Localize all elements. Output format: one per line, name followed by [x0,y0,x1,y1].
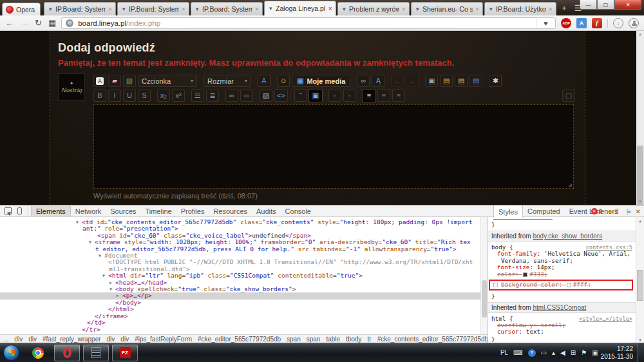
new-tab-button[interactable]: + [558,3,571,13]
undo-button[interactable]: ← [391,75,404,87]
devtools-tab-profiles[interactable]: Profiles [176,206,209,216]
spoiler-button[interactable]: ▣ [309,90,322,102]
dom-node[interactable]: </td> [0,319,488,326]
underline-button[interactable]: U [123,90,136,102]
expand-arrow-icon[interactable]: ▼ [109,286,115,292]
scroll-up-icon[interactable]: ▲ [636,31,644,37]
dom-node[interactable]: ▼<iframe style="width: 1028px; height: 1… [0,239,488,252]
tab-close-icon[interactable]: ✕ [181,6,185,12]
show-desktop-button[interactable] [638,343,644,362]
minimize-button[interactable]: — [580,0,597,10]
align-right-button[interactable]: ≡ [392,90,405,102]
size-dropdown[interactable]: Rozmiar▾ [204,75,251,87]
dom-node[interactable]: </iframe> [0,313,488,319]
superscript-button[interactable]: x² [172,90,185,102]
dom-node[interactable]: </tr> [0,327,488,333]
page-break-button[interactable]: ▪ [343,90,356,102]
color-swatch[interactable] [567,283,571,287]
bold-button[interactable]: B [93,90,106,102]
italic-button[interactable]: I [108,90,121,102]
expand-arrow-icon[interactable]: ▼ [89,239,95,245]
devtools-tab-network[interactable]: Network [71,206,106,216]
dom-node[interactable]: ▼<html dir="ltr" lang="ipb" class="CSS1C… [0,272,488,279]
numbered-list-button[interactable]: ≣ [206,90,219,102]
breadcrumb-item[interactable]: div [120,336,129,343]
css-property[interactable]: color: #333; [488,271,636,278]
breadcrumb-item[interactable]: div [107,336,115,343]
tray-network-icon[interactable]: ▣ [592,350,598,356]
font-dropdown[interactable]: Czcionka▾ [138,75,197,87]
browser-tab[interactable]: ▼IP.Board: System > ✕ [191,2,263,15]
notepad-taskbar-button[interactable] [83,345,109,361]
profile-button[interactable] [629,18,639,28]
editor-content-area[interactable]: ◢ [93,104,574,189]
emoticon-button[interactable]: ☺ [277,75,290,87]
breadcrumb-item[interactable]: #cke_contents_editor_565c77972d5db [377,336,488,343]
breadcrumb-item[interactable]: #ips_fastReplyForm [135,336,192,343]
subscript-button[interactable]: x₂ [157,90,170,102]
inherited-node-link[interactable]: html.CSS1Compat [533,304,586,311]
unlink-button[interactable]: ∞ [240,90,253,102]
error-count[interactable]: ✕4 [591,208,603,215]
tab-close-icon[interactable]: ✕ [108,6,112,12]
css-property[interactable]: background-color: #fff; [489,280,633,291]
breadcrumb-item[interactable]: span [307,336,321,343]
strike-button[interactable]: S [138,90,151,102]
browser-tab[interactable]: ▼Problem z wyrówna✕ [337,2,410,15]
redo-button[interactable]: → [406,75,419,87]
device-mode-icon[interactable] [17,207,22,214]
browser-tab[interactable]: ▼IP.Board: System > ✕ [117,2,189,15]
page-scrollbar[interactable]: ▲ ▼ [636,31,644,205]
warning-count[interactable]: ▲2 [607,208,618,215]
devtools-tab-audits[interactable]: Audits [252,206,281,216]
dom-node[interactable]: </html> [0,306,488,312]
scroll-up-icon[interactable]: ▲ [636,217,644,224]
devtools-tab-elements[interactable]: Elements [31,206,71,216]
opera-taskbar-button[interactable] [54,345,80,361]
breadcrumb-item[interactable]: #cke_editor_565c77972d5db [198,336,281,343]
tray-flag-icon[interactable]: ⚑ [581,350,587,356]
tray-keyboard-icon[interactable]: ⌨ [513,350,522,356]
start-button[interactable] [3,345,19,361]
user-avatar[interactable]: ✦ Nostriq [58,73,85,100]
breadcrumb-item[interactable]: #fast_reply_wrapper [43,336,101,343]
page-scrollbar-thumb[interactable] [637,146,643,205]
breadcrumb-item[interactable]: tbody [346,336,361,343]
flash-extension-icon[interactable]: f [592,18,602,28]
tab-close-icon[interactable]: ✕ [328,6,332,12]
breadcrumb-item[interactable]: table [326,336,340,343]
chrome-taskbar-icon[interactable] [25,345,51,361]
devtools-menu-icon[interactable]: ⋮ [624,207,630,216]
code-button[interactable]: <> [274,90,288,102]
forward-button[interactable]: → [20,19,28,27]
tray-hidden-icons-chevron[interactable]: ▴ [552,350,555,356]
elements-scrollbar-thumb[interactable] [482,280,487,318]
dom-node[interactable]: ▶<p>…</p> [0,292,488,299]
breadcrumb-item[interactable]: div [14,336,23,343]
scroll-down-icon[interactable]: ▼ [636,198,644,205]
adblock-extension-icon[interactable]: ABP [561,18,571,28]
link-button[interactable]: ∞ [225,90,238,102]
breadcrumb-item[interactable]: ... [3,336,8,343]
tray-windows-icon[interactable]: ⊞ [571,350,576,356]
expand-arrow-icon[interactable]: ▼ [99,252,104,259]
browser-tab[interactable]: ▼IP.Board: Użytkown✕ [484,2,556,15]
breadcrumb-item[interactable]: div [28,336,37,343]
taskbar-clock[interactable]: 17:22 2015-11-30 [601,345,633,360]
styles-scrollbar-thumb[interactable] [637,270,643,301]
autosave-link[interactable]: Wyświetl automatycznie zapisaną treść (d… [93,192,575,200]
bbcode-source-button[interactable]: A [93,75,106,87]
speed-dial-button[interactable]: ▦ [48,19,56,27]
copy-button[interactable]: ▣ [425,75,438,87]
translate-button[interactable]: Ą [372,75,384,87]
text-color-button[interactable]: A [258,75,270,87]
tab-close-icon[interactable]: ✕ [475,6,479,12]
bookmark-heart-icon[interactable]: ♥ [536,18,555,28]
align-left-button[interactable]: ≡ [363,90,375,102]
resize-grip-icon[interactable]: ◢ [569,182,572,187]
stylesheet-source-link[interactable]: <style>…</style> [579,316,632,322]
sidebar-tab-computed[interactable]: Computed [523,205,565,217]
tray-language-indicator[interactable]: PL [500,350,508,356]
inherited-node-link[interactable]: body.cke_show_borders [533,233,602,240]
devtools-tab-resources[interactable]: Resources [209,206,252,216]
